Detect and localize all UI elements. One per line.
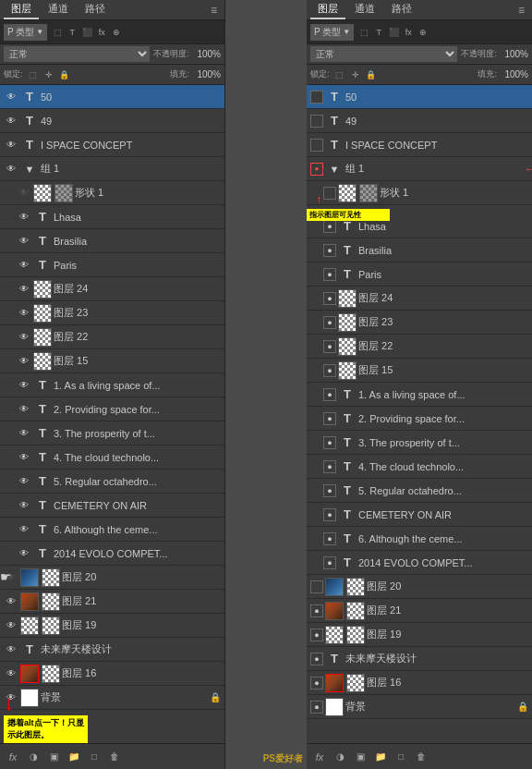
layer-item-text3-right[interactable]: ● T 3. The prosperity of t... — [307, 431, 532, 455]
layer-item-group1-left[interactable]: 👁 ▼ 组 1 — [0, 157, 224, 181]
layer-item-23-left[interactable]: 👁 图层 23 — [0, 301, 224, 325]
layer-item-text6-left[interactable]: 👁 T 6. Although the ceme... — [0, 518, 224, 542]
layer-item-evolo-right[interactable]: ● T 2014 EVOLO COMPET... — [307, 551, 532, 575]
layer-item-50-left[interactable]: 👁 T 50 — [0, 85, 224, 109]
vis-future-right[interactable]: ● — [310, 653, 323, 665]
eye-lhasa-left[interactable]: 👁 — [17, 210, 31, 225]
tab-paths-right[interactable]: 路径 — [384, 0, 419, 19]
eye-19-left[interactable]: 👁 — [4, 618, 18, 633]
eye-21-left[interactable]: 👁 — [4, 594, 18, 609]
eye-future-left[interactable]: 👁 — [4, 642, 18, 657]
vis-50-right[interactable] — [310, 91, 323, 104]
vis-group1-right[interactable]: ● — [310, 163, 323, 176]
layer-item-text5-right[interactable]: ● T 5. Regular octahedro... — [307, 479, 532, 503]
eye-shape1-left[interactable]: 👁 — [17, 186, 31, 201]
delete-button-left[interactable]: 🗑 — [107, 750, 122, 764]
vis-22-right[interactable]: ● — [323, 340, 336, 353]
search-filter1-left[interactable]: ⬚ — [51, 26, 64, 39]
lock-move-left[interactable]: ✛ — [42, 68, 55, 81]
vis-text6-right[interactable]: ● — [323, 532, 336, 545]
layer-item-brasilia-left[interactable]: 👁 T Brasilia — [0, 229, 224, 253]
vis-15-right[interactable]: ● — [323, 364, 336, 377]
search-filter4-right[interactable]: fx — [402, 26, 415, 39]
eye-text5-left[interactable]: 👁 — [17, 474, 31, 489]
layer-item-evolo-left[interactable]: 👁 T 2014 EVOLO COMPET... — [0, 542, 224, 566]
layer-item-16-right[interactable]: ● 图层 16 — [307, 671, 532, 695]
vis-text3-right[interactable]: ● — [323, 436, 336, 449]
delete-button-right[interactable]: 🗑 — [414, 750, 429, 764]
vis-text5-right[interactable]: ● — [323, 484, 336, 497]
eye-text1-left[interactable]: 👁 — [17, 378, 31, 393]
layer-item-text1-left[interactable]: 👁 T 1. As a living space of... — [0, 373, 224, 397]
vis-text1-right[interactable]: ● — [323, 388, 336, 401]
search-filter5-left[interactable]: ⊕ — [110, 26, 123, 39]
layer-item-text5-left[interactable]: 👁 T 5. Regular octahedro... — [0, 470, 224, 494]
layer-item-19-right[interactable]: ● 图层 19 — [307, 623, 532, 647]
new-layer-button-left[interactable]: □ — [87, 750, 102, 764]
layer-item-shape1-right[interactable]: 形状 1 指示图层可见性 ↑ — [307, 181, 532, 205]
vis-24-right[interactable]: ● — [323, 292, 336, 305]
layer-list-right[interactable]: T 50 T 49 T I SPACE CONCEPT ● ▼ — [307, 85, 532, 743]
vis-21-right[interactable]: ● — [310, 604, 323, 617]
eye-15-left[interactable]: 👁 — [17, 354, 31, 369]
eye-50-left[interactable]: 👁 — [4, 90, 18, 104]
eye-text6-left[interactable]: 👁 — [17, 522, 31, 537]
blend-mode-select-left[interactable]: 正常 — [4, 46, 150, 62]
vis-brasilia-right[interactable]: ● — [323, 244, 336, 257]
layer-item-bg-right[interactable]: ● 背景 🔒 — [307, 695, 532, 719]
search-type-left[interactable]: P 类型 ▼ — [4, 24, 47, 41]
new-group-button-right[interactable]: 📁 — [373, 750, 388, 764]
layer-item-text1-right[interactable]: ● T 1. As a living space of... — [307, 383, 532, 407]
vis-text4-right[interactable]: ● — [323, 460, 336, 473]
eye-16-left[interactable]: 👁 — [4, 666, 18, 681]
eye-bg-left[interactable]: 👁 — [4, 690, 18, 705]
layer-item-future-right[interactable]: ● T 未来摩天楼设计 — [307, 647, 532, 671]
opacity-value-right[interactable]: 100% — [499, 49, 528, 59]
adjustment2-button-left[interactable]: ▣ — [46, 750, 61, 764]
layer-item-19-left[interactable]: 👁 图层 19 — [0, 614, 224, 638]
search-filter5-right[interactable]: ⊕ — [417, 26, 429, 39]
lock-all-right[interactable]: 🔒 — [365, 68, 378, 81]
vis-shape1-right[interactable] — [323, 187, 336, 200]
panel-menu-right[interactable]: ≡ — [518, 4, 525, 17]
layer-item-22-left[interactable]: 👁 图层 22 — [0, 325, 224, 349]
layer-item-space-right[interactable]: T I SPACE CONCEPT — [307, 133, 532, 157]
vis-space-right[interactable] — [310, 139, 323, 152]
fill-value-right[interactable]: 100% — [499, 69, 528, 79]
panel-menu-left[interactable]: ≡ — [211, 4, 217, 17]
layer-item-24-right[interactable]: ● 图层 24 — [307, 287, 532, 311]
eye-24-left[interactable]: 👁 — [17, 282, 31, 297]
layer-item-21-right[interactable]: ● 图层 21 — [307, 599, 532, 623]
eye-22-left[interactable]: 👁 — [17, 330, 31, 345]
eye-text2-left[interactable]: 👁 — [17, 402, 31, 417]
layer-item-20-right[interactable]: 图层 20 — [307, 575, 532, 599]
search-filter3-right[interactable]: ⬛ — [387, 26, 400, 39]
fill-value-left[interactable]: 100% — [191, 69, 221, 79]
blend-mode-select-right[interactable]: 正常 — [310, 46, 457, 62]
layer-item-future-left[interactable]: 👁 T 未来摩天楼设计 — [0, 638, 224, 662]
adjustment-button-right[interactable]: ◑ — [332, 750, 347, 764]
search-filter2-left[interactable]: T — [66, 26, 79, 39]
search-type-right[interactable]: P 类型 ▼ — [310, 24, 354, 41]
tab-channels-left[interactable]: 通道 — [41, 0, 76, 19]
layer-item-49-right[interactable]: T 49 — [307, 109, 532, 133]
layer-list-left[interactable]: 👁 T 50 👁 T 49 👁 T I SPACE CONCEPT 👁 ▼ 组 … — [0, 85, 224, 743]
vis-20-right[interactable] — [310, 580, 323, 593]
layer-item-bg-left[interactable]: 👁 背景 🔒 — [0, 686, 224, 710]
eye-space-left[interactable]: 👁 — [4, 138, 18, 153]
opacity-value-left[interactable]: 100% — [191, 49, 221, 59]
layer-item-16-left[interactable]: 👁 图层 16 — [0, 662, 224, 686]
eye-group1-left[interactable]: 👁 — [4, 162, 18, 177]
layer-item-24-left[interactable]: 👁 图层 24 — [0, 277, 224, 301]
adjustment2-button-right[interactable]: ▣ — [353, 750, 368, 764]
eye-paris-left[interactable]: 👁 — [17, 258, 31, 273]
layer-item-cemetery-right[interactable]: ● T CEMETERY ON AIR — [307, 503, 532, 527]
tab-paths-left[interactable]: 路径 — [78, 0, 113, 19]
search-filter2-right[interactable]: T — [372, 26, 385, 39]
eye-49-left[interactable]: 👁 — [4, 114, 18, 128]
search-filter3-left[interactable]: ⬛ — [80, 26, 93, 39]
layer-item-text4-left[interactable]: 👁 T 4. The cloud technolo... — [0, 446, 224, 470]
vis-49-right[interactable] — [310, 115, 323, 128]
vis-23-right[interactable]: ● — [323, 316, 336, 329]
search-filter4-left[interactable]: fx — [95, 26, 108, 39]
